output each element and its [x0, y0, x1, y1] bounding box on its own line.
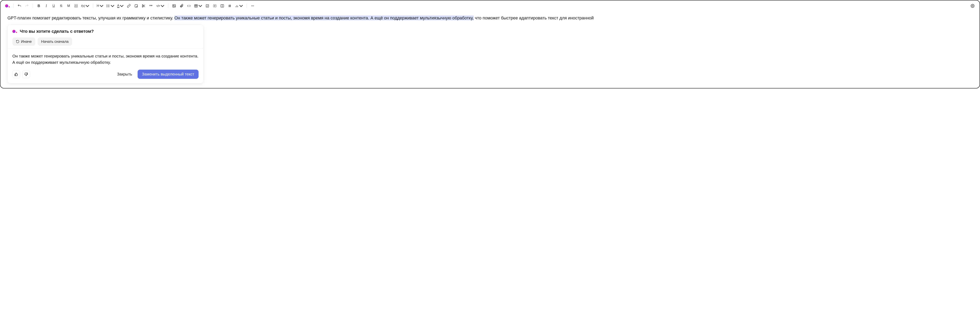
svg-rect-6	[135, 5, 137, 7]
text-after: что поможет быстрее адаптировать текст д…	[474, 16, 594, 21]
code-icon	[156, 4, 160, 8]
ai-panel-title: Что вы хотите сделать с ответом?	[20, 29, 94, 34]
settings-button[interactable]	[969, 2, 976, 10]
image-button[interactable]	[170, 2, 178, 10]
svg-point-8	[142, 6, 143, 7]
divider	[33, 4, 33, 8]
svg-point-13	[173, 5, 174, 6]
svg-rect-19	[213, 5, 216, 7]
svg-point-34	[972, 5, 973, 6]
formula-button[interactable]: f(x)	[80, 2, 91, 10]
checkbox-icon	[205, 4, 209, 8]
chevron-down-icon	[120, 4, 124, 8]
restart-button[interactable]: Начать сначала	[38, 37, 72, 46]
mark-button[interactable]: M	[65, 2, 72, 10]
checkbox-button[interactable]	[204, 2, 211, 10]
chevron-down-icon	[111, 4, 115, 8]
svg-point-0	[107, 5, 107, 5]
svg-rect-18	[206, 5, 208, 7]
hash-button[interactable]	[226, 2, 233, 10]
layout-icon	[213, 4, 217, 8]
chevron-down-icon	[198, 4, 202, 8]
ai-panel: Что вы хотите сделать с ответом? Иначе Н…	[8, 25, 204, 83]
ai-text-button[interactable]: AI	[73, 2, 80, 10]
ai-response-text: Он также может генерировать уникальные с…	[8, 48, 203, 69]
restart-label: Начать сначала	[41, 40, 68, 44]
italic-button[interactable]: I	[43, 2, 50, 10]
paperclip-icon	[180, 4, 183, 8]
divider	[93, 4, 93, 8]
thumbs-down-icon	[24, 72, 28, 76]
divider	[247, 4, 247, 8]
undo-icon	[18, 4, 21, 8]
text-selection: Он также может генерировать уникальные с…	[175, 16, 474, 21]
embed-button[interactable]	[185, 2, 192, 10]
svg-line-26	[229, 5, 229, 7]
svg-point-2	[107, 6, 107, 6]
code-button[interactable]	[155, 2, 165, 10]
chart-icon	[235, 4, 239, 8]
svg-rect-14	[194, 5, 197, 7]
hash-icon	[228, 4, 232, 8]
retry-label: Иначе	[21, 40, 32, 44]
table-icon	[194, 4, 198, 8]
table-button[interactable]	[193, 2, 204, 10]
attachment-button[interactable]	[178, 2, 185, 10]
close-button[interactable]: Закрыть	[113, 70, 136, 78]
columns-button[interactable]	[219, 2, 226, 10]
image-icon	[172, 4, 176, 8]
columns-icon	[220, 4, 224, 8]
list-button[interactable]	[105, 2, 116, 10]
undo-button[interactable]	[16, 2, 23, 10]
svg-point-32	[252, 5, 253, 6]
quote-icon	[149, 4, 153, 8]
scissors-icon	[142, 4, 146, 8]
redo-button[interactable]	[23, 2, 30, 10]
cut-button[interactable]	[140, 2, 147, 10]
thumbs-up-icon	[14, 72, 18, 76]
thumbs-up-button[interactable]	[12, 70, 20, 78]
svg-point-31	[251, 5, 252, 6]
toolbar: B I U S M AI f(x) H A	[0, 0, 980, 11]
svg-point-7	[142, 5, 143, 5]
retry-button[interactable]: Иначе	[12, 37, 35, 46]
refresh-icon	[16, 40, 19, 43]
editor-app: B I U S M AI f(x) H A	[0, 0, 980, 88]
underline-button[interactable]: U	[50, 2, 57, 10]
svg-point-4	[107, 7, 107, 7]
note-icon	[134, 4, 138, 8]
thumbs-down-button[interactable]	[22, 70, 30, 78]
strikethrough-button[interactable]: S	[57, 2, 65, 10]
link-icon	[127, 4, 131, 8]
ai-panel-header: Что вы хотите сделать с ответом? Иначе Н…	[8, 25, 203, 48]
bold-button[interactable]: B	[35, 2, 42, 10]
text-color-button[interactable]: A	[116, 2, 125, 10]
ai-logo[interactable]	[4, 2, 11, 10]
link-button[interactable]	[125, 2, 132, 10]
more-icon	[251, 4, 255, 8]
text-before: GPT-плагин помогает редактировать тексты…	[8, 16, 175, 21]
replace-button[interactable]: Заменить выделенный текст	[138, 70, 199, 79]
chevron-down-icon	[86, 4, 89, 8]
heading-button[interactable]: H	[95, 2, 105, 10]
ai-panel-footer: Закрыть Заменить выделенный текст	[8, 69, 203, 83]
chart-button[interactable]	[234, 2, 244, 10]
quote-button[interactable]	[148, 2, 154, 10]
layout-button[interactable]	[211, 2, 218, 10]
note-button[interactable]	[133, 2, 140, 10]
divider	[13, 4, 14, 8]
chevron-down-icon	[161, 4, 164, 8]
editor-content[interactable]: GPT-плагин помогает редактировать тексты…	[0, 11, 980, 23]
chevron-down-icon	[100, 4, 103, 8]
redo-icon	[25, 4, 29, 8]
chevron-down-icon	[239, 4, 243, 8]
list-icon	[106, 4, 110, 8]
svg-point-33	[253, 5, 254, 6]
more-button[interactable]	[249, 2, 256, 10]
svg-line-11	[158, 5, 158, 7]
ai-logo-icon	[12, 30, 17, 33]
code-brackets-icon	[187, 4, 191, 8]
gear-icon	[970, 4, 975, 8]
